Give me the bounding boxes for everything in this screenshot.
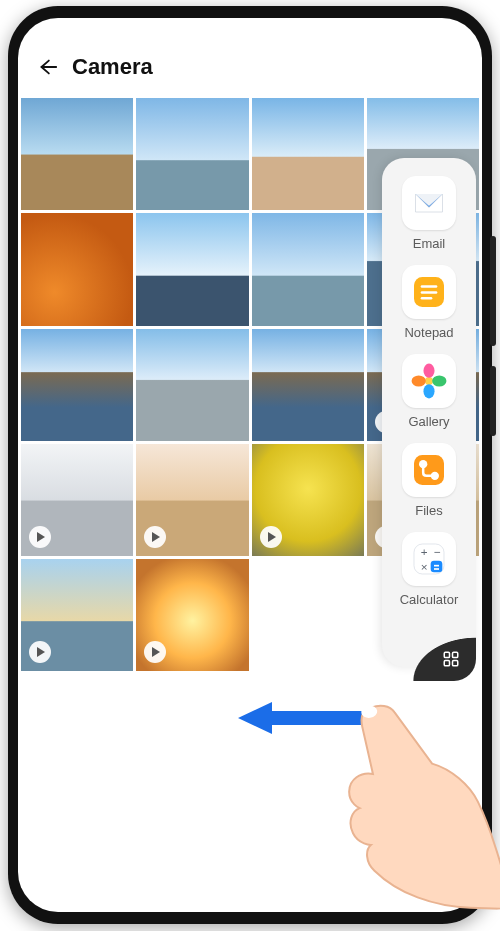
page-title: Camera xyxy=(72,54,153,80)
photo-thumb[interactable] xyxy=(21,444,133,556)
svg-text:−: − xyxy=(434,545,441,558)
photo-image xyxy=(136,98,248,210)
play-icon xyxy=(260,526,282,548)
dock-item-notepad[interactable]: Notepad xyxy=(402,265,456,340)
dock-item-gallery[interactable]: Gallery xyxy=(402,354,456,429)
dock-label: Files xyxy=(415,503,442,518)
email-icon xyxy=(402,176,456,230)
calculator-icon: +−× xyxy=(402,532,456,586)
dock-label: Notepad xyxy=(404,325,453,340)
app-header: Camera xyxy=(18,18,482,98)
gesture-hand xyxy=(322,680,500,931)
photo-thumb[interactable] xyxy=(136,213,248,325)
photo-thumb[interactable] xyxy=(252,98,364,210)
photo-thumb[interactable] xyxy=(136,444,248,556)
svg-point-9 xyxy=(423,364,434,378)
photo-thumb[interactable] xyxy=(21,329,133,441)
power-button[interactable] xyxy=(490,366,496,436)
svg-rect-25 xyxy=(444,661,449,666)
photo-thumb[interactable] xyxy=(21,98,133,210)
photo-thumb[interactable] xyxy=(21,213,133,325)
svg-point-11 xyxy=(423,384,434,398)
photo-thumb[interactable] xyxy=(252,329,364,441)
photo-image xyxy=(136,329,248,441)
photo-thumb[interactable] xyxy=(252,444,364,556)
svg-rect-24 xyxy=(453,652,458,657)
svg-point-8 xyxy=(425,377,433,385)
back-icon[interactable] xyxy=(36,56,58,78)
photo-thumb[interactable] xyxy=(21,559,133,671)
svg-text:+: + xyxy=(421,545,428,558)
dock-label: Email xyxy=(413,236,446,251)
svg-rect-23 xyxy=(444,652,449,657)
volume-button[interactable] xyxy=(490,236,496,346)
svg-point-10 xyxy=(432,375,446,386)
dock-label: Calculator xyxy=(400,592,459,607)
photo-image xyxy=(252,213,364,325)
notepad-icon xyxy=(402,265,456,319)
play-icon xyxy=(29,526,51,548)
photo-image xyxy=(252,329,364,441)
files-icon xyxy=(402,443,456,497)
photo-thumb[interactable] xyxy=(136,559,248,671)
photo-thumb[interactable] xyxy=(136,329,248,441)
photo-thumb[interactable] xyxy=(252,213,364,325)
multi-window-dock[interactable]: EmailNotepadGalleryFiles+−×Calculator xyxy=(382,158,476,667)
svg-point-12 xyxy=(412,375,426,386)
dock-expand-tab[interactable] xyxy=(382,621,476,681)
photo-image xyxy=(136,213,248,325)
dock-item-calculator[interactable]: +−×Calculator xyxy=(400,532,459,607)
svg-rect-26 xyxy=(453,661,458,666)
svg-rect-21 xyxy=(434,565,439,567)
photo-image xyxy=(252,98,364,210)
svg-rect-7 xyxy=(421,297,433,300)
photo-image xyxy=(21,329,133,441)
svg-rect-22 xyxy=(434,568,439,570)
grid-icon xyxy=(442,650,460,673)
dock-item-files[interactable]: Files xyxy=(402,443,456,518)
svg-text:×: × xyxy=(421,560,428,573)
photo-image xyxy=(21,98,133,210)
svg-rect-13 xyxy=(414,455,444,485)
dock-label: Gallery xyxy=(408,414,449,429)
gallery-icon xyxy=(402,354,456,408)
photo-thumb[interactable] xyxy=(136,98,248,210)
dock-item-email[interactable]: Email xyxy=(402,176,456,251)
svg-rect-6 xyxy=(421,291,438,294)
photo-image xyxy=(21,213,133,325)
svg-rect-5 xyxy=(421,285,438,288)
